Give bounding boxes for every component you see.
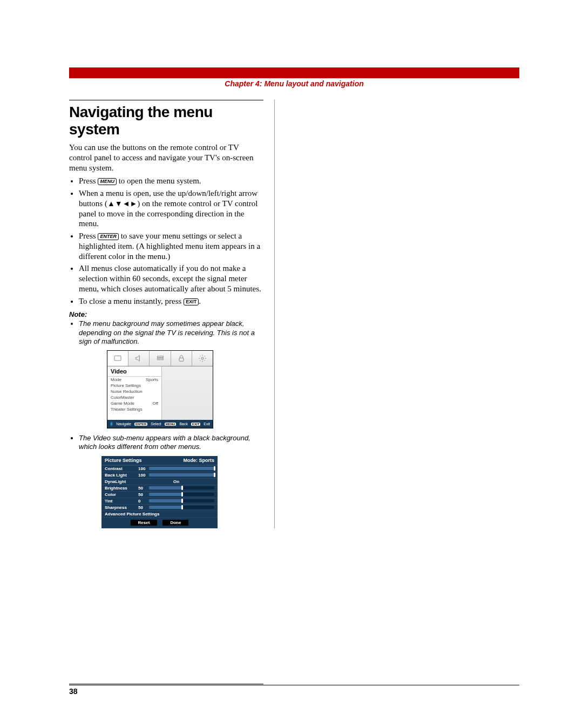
slider-row: DynaLightOn: [101, 478, 218, 485]
menu-row: Picture Settings: [107, 383, 161, 389]
tab-applications-icon: [150, 351, 171, 366]
svg-rect-3: [179, 358, 184, 361]
header-red-bar: [69, 67, 519, 78]
svg-rect-0: [114, 356, 121, 360]
right-column: [275, 100, 519, 528]
menu-row: ModeSports: [107, 377, 161, 383]
menu-keycap-icon: MENU: [98, 178, 117, 185]
svg-rect-1: [157, 356, 163, 358]
picture-settings-screenshot: Picture Settings Mode: Sports Contrast10…: [101, 456, 218, 528]
done-button: Done: [162, 520, 188, 526]
picture-settings-mode: Mode: Sports: [184, 458, 215, 463]
reset-button: Reset: [131, 520, 158, 526]
slider-row: Color50: [101, 491, 218, 498]
note-item: The Video sub-menu appears with a black …: [79, 434, 263, 452]
menu-row: Noise Reduction: [107, 389, 161, 394]
enter-keycap-icon: ENTER: [98, 233, 119, 240]
menu-row: Game ModeOff: [107, 400, 161, 406]
svg-point-4: [201, 357, 204, 359]
slider-row: Tint0: [101, 498, 218, 504]
instruction-item: Press MENU to open the menu system.: [79, 176, 263, 186]
instructions-list: Press MENU to open the menu system. When…: [69, 176, 263, 306]
exit-keycap-icon: EXIT: [184, 298, 199, 305]
menu-row: ColorMaster: [107, 394, 161, 400]
note-list: The Video sub-menu appears with a black …: [69, 434, 263, 452]
instruction-item: To close a menu instantly, press EXIT.: [79, 296, 263, 307]
slider-row: Sharpness50: [101, 504, 218, 511]
note-item: The menu background may sometimes appear…: [79, 319, 263, 346]
slider-row: Back Light100: [101, 472, 218, 478]
page-number: 38: [69, 684, 263, 696]
svg-rect-2: [157, 358, 163, 360]
instruction-item: Press ENTER to save your menu settings o…: [79, 231, 263, 261]
left-column: Navigating the menu system You can use t…: [69, 100, 275, 528]
menu-row: Theater Settings: [107, 406, 161, 412]
menu-section-title: Video: [107, 366, 161, 377]
slider-row: Brightness50: [101, 485, 218, 491]
tab-setup-icon: [192, 351, 213, 366]
note-list: The menu background may sometimes appear…: [69, 319, 263, 346]
instruction-item: When a menu is open, use the up/down/lef…: [79, 188, 263, 229]
arrow-buttons-icon: ▲▼◄►: [107, 199, 137, 208]
tab-audio-icon: [128, 351, 150, 366]
slider-row: Advanced Picture Settings: [101, 511, 218, 517]
page-heading: Navigating the menu system: [69, 100, 263, 138]
tab-lock-icon: [171, 351, 192, 366]
menu-footer-hints: Navigate ENTERSelect MENUBack EXITExit: [107, 420, 213, 428]
note-heading: Note:: [69, 310, 263, 318]
video-menu-screenshot: Video ModeSports Picture Settings Noise …: [107, 350, 213, 428]
tab-video-icon: [107, 351, 128, 366]
slider-row: Contrast100: [101, 465, 218, 472]
instruction-item: All menus close automatically if you do …: [79, 263, 263, 294]
picture-settings-title: Picture Settings: [105, 458, 142, 463]
chapter-title: Chapter 4: Menu layout and navigation: [69, 79, 519, 88]
intro-paragraph: You can use the buttons on the remote co…: [69, 142, 263, 173]
navigate-icon: [110, 421, 113, 426]
